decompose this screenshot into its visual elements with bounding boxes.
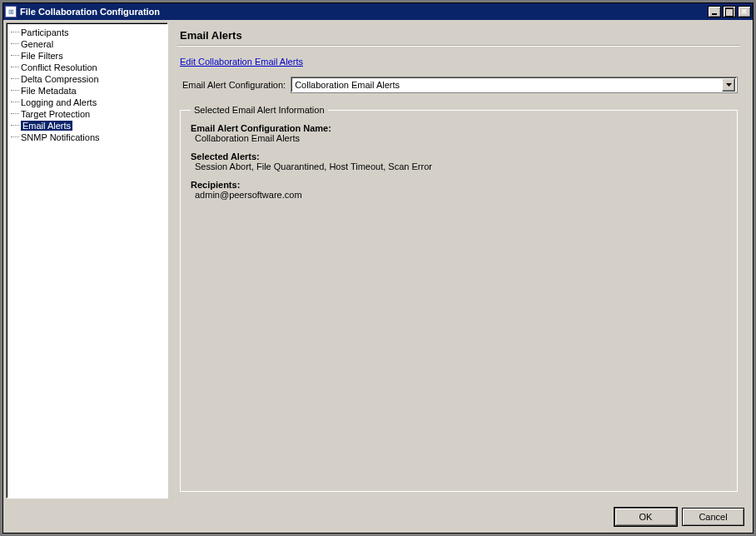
sidebar-item-snmp-notifications[interactable]: SNMP Notifications	[8, 132, 166, 143]
sidebar-item-general[interactable]: General	[8, 38, 166, 50]
recipients-block: Recipients: admin@peersoftware.com	[191, 180, 727, 200]
sidebar-item-target-protection[interactable]: Target Protection	[8, 108, 166, 120]
recipients-label: Recipients:	[191, 180, 727, 190]
content-area: Participants General File Filters Confli…	[3, 20, 753, 501]
app-icon: ⊞	[5, 6, 17, 17]
main-panel: Email Alerts Edit Collaboration Email Al…	[171, 22, 750, 499]
dropdown-value: Collaboration Email Alerts	[293, 80, 722, 90]
titlebar: ⊞ File Collaboration Configuration ✕	[3, 3, 753, 20]
selected-alerts-block: Selected Alerts: Session Abort, File Qua…	[191, 151, 727, 171]
minimize-button[interactable]	[708, 6, 721, 17]
selected-alerts-value: Session Abort, File Quarantined, Host Ti…	[191, 161, 727, 171]
config-label: Email Alert Configuration:	[182, 80, 286, 90]
heading-separator	[177, 45, 740, 47]
config-row: Email Alert Configuration: Collaboration…	[182, 77, 738, 93]
chevron-down-icon[interactable]	[722, 78, 735, 92]
recipients-value: admin@peersoftware.com	[191, 190, 727, 200]
page-heading: Email Alerts	[180, 29, 740, 42]
ok-button[interactable]: OK	[614, 508, 677, 526]
sidebar-item-participants[interactable]: Participants	[8, 27, 166, 38]
fieldset-legend: Selected Email Alert Information	[191, 105, 328, 115]
sidebar-item-file-filters[interactable]: File Filters	[8, 50, 166, 62]
selected-alerts-label: Selected Alerts:	[191, 151, 727, 161]
sidebar-tree: Participants General File Filters Confli…	[6, 22, 168, 499]
cancel-button[interactable]: Cancel	[682, 508, 744, 526]
config-name-label: Email Alert Configuration Name:	[191, 123, 727, 133]
window-title: File Collaboration Configuration	[20, 7, 160, 17]
sidebar-item-file-metadata[interactable]: File Metadata	[8, 85, 166, 97]
sidebar-item-delta-compression[interactable]: Delta Compression	[8, 73, 166, 85]
config-window: ⊞ File Collaboration Configuration ✕ Par…	[2, 2, 754, 534]
selected-alert-info-fieldset: Selected Email Alert Information Email A…	[180, 105, 738, 492]
config-name-value: Collaboration Email Alerts	[191, 133, 727, 143]
edit-email-alerts-link[interactable]: Edit Collaboration Email Alerts	[180, 57, 740, 67]
config-name-block: Email Alert Configuration Name: Collabor…	[191, 123, 727, 143]
svg-marker-0	[726, 83, 732, 87]
sidebar-item-logging-alerts[interactable]: Logging and Alerts	[8, 97, 166, 108]
sidebar-item-email-alerts[interactable]: Email Alerts	[8, 120, 166, 132]
sidebar-item-conflict-resolution[interactable]: Conflict Resolution	[8, 62, 166, 73]
dialog-button-row: OK Cancel	[3, 501, 753, 533]
maximize-button[interactable]	[723, 6, 736, 17]
email-alert-config-dropdown[interactable]: Collaboration Email Alerts	[291, 77, 738, 93]
close-button[interactable]: ✕	[738, 6, 751, 17]
